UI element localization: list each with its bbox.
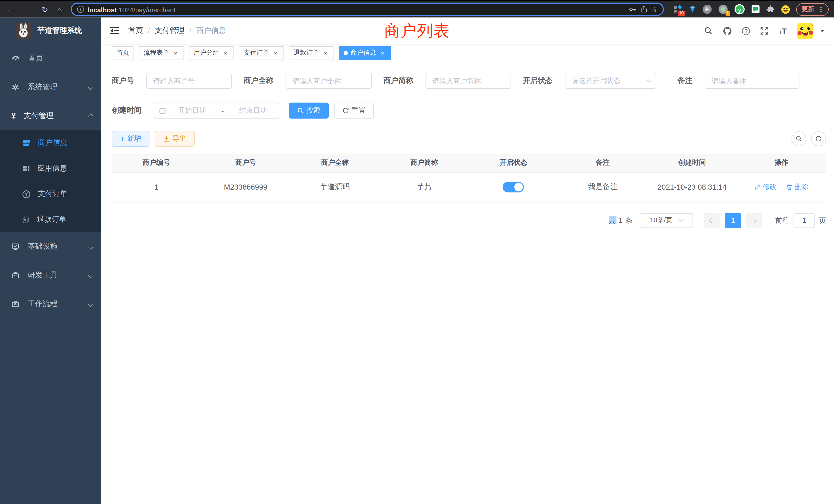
sidebar-item-label: 商户信息 xyxy=(38,138,92,148)
extension-command-icon[interactable]: ⌘ xyxy=(703,5,711,14)
goto-label: 前往 xyxy=(775,215,789,225)
sidebar-item-infra[interactable]: 基础设施 xyxy=(0,232,101,261)
close-icon[interactable]: × xyxy=(222,50,229,56)
page-size-select[interactable]: 10条/页 xyxy=(640,213,693,228)
bookmark-star-icon[interactable]: ☆ xyxy=(651,5,657,13)
user-avatar[interactable] xyxy=(797,23,813,39)
search-button[interactable]: 搜索 xyxy=(289,102,329,118)
chevron-down-icon xyxy=(646,78,651,83)
active-dot xyxy=(344,51,348,55)
page-title-annotation: 商户列表 xyxy=(384,20,450,42)
extension-dots-diamond-icon[interactable]: 10 xyxy=(673,5,682,14)
short-name-input[interactable] xyxy=(425,73,511,89)
profile-emoji-icon[interactable] xyxy=(781,5,790,14)
address-bar[interactable]: i localhost:1024/pay/merchant ☆ xyxy=(71,3,664,16)
briefcase-icon xyxy=(11,300,20,308)
sidebar-item-label: 工作流程 xyxy=(28,299,81,309)
breadcrumb-pay[interactable]: 支付管理 xyxy=(155,26,184,36)
export-button[interactable]: 导出 xyxy=(155,131,195,147)
browser-back-icon[interactable]: ← xyxy=(7,5,16,13)
toggle-search-icon[interactable] xyxy=(791,131,806,146)
sidebar-item-pay[interactable]: ¥ 支付管理 xyxy=(0,101,101,130)
close-icon[interactable]: × xyxy=(379,50,386,56)
refresh-table-icon[interactable] xyxy=(811,131,826,146)
tab-user-group[interactable]: 用户分组× xyxy=(189,46,234,60)
extension-y-icon[interactable]: y xyxy=(734,4,745,14)
tab-home[interactable]: 首页 xyxy=(112,46,134,60)
filter-label-remark: 备注 xyxy=(678,76,705,86)
browser-update-button[interactable]: 更新 ⋮ xyxy=(796,3,829,16)
app-logo-row[interactable]: 芋道管理系统 xyxy=(0,18,101,44)
page-1-button[interactable]: 1 xyxy=(725,213,741,228)
breadcrumb-current: 商户信息 xyxy=(196,26,226,36)
breadcrumb-separator: / xyxy=(148,27,150,35)
search-icon[interactable] xyxy=(704,27,713,35)
sidebar-item-app-info[interactable]: 应用信息 xyxy=(0,156,101,181)
col-created: 创建时间 xyxy=(647,154,737,172)
reset-button[interactable]: 重置 xyxy=(334,102,374,118)
tab-refund-order[interactable]: 退款订单× xyxy=(289,46,334,60)
share-icon[interactable] xyxy=(641,6,648,13)
close-icon[interactable]: × xyxy=(322,50,329,56)
goto-page-input[interactable] xyxy=(794,213,815,228)
extension-chat-icon[interactable] xyxy=(751,5,760,13)
merchant-no-input[interactable] xyxy=(146,73,232,89)
tab-merchant-info[interactable]: 商户信息× xyxy=(339,46,391,60)
sidebar-item-refund-order[interactable]: 退款订单 xyxy=(0,207,101,232)
extensions-puzzle-icon[interactable] xyxy=(766,5,774,13)
browser-menu-icon[interactable]: ⋮ xyxy=(817,5,825,13)
remark-input[interactable] xyxy=(705,73,799,89)
cell-remark: 我是备注 xyxy=(558,172,648,202)
sidebar-item-system[interactable]: 系统管理 xyxy=(0,73,101,101)
chevron-down-icon xyxy=(88,273,93,278)
col-full-name: 商户全称 xyxy=(290,154,379,172)
sidebar-item-pay-order[interactable]: 支付订单 xyxy=(0,181,101,207)
start-date-placeholder: 开始日期 xyxy=(170,106,214,115)
tab-process-form[interactable]: 流程表单× xyxy=(139,46,184,60)
sidebar-item-home[interactable]: 首页 xyxy=(0,44,101,73)
fullscreen-icon[interactable] xyxy=(760,27,769,35)
tab-pay-order[interactable]: 支付订单× xyxy=(239,46,284,60)
sidebar: 芋道管理系统 首页 系统管理 ¥ 支付管理 商户信息 xyxy=(0,18,101,504)
status-toggle[interactable] xyxy=(503,182,524,192)
create-time-range-picker[interactable]: 开始日期 - 结束日期 xyxy=(154,102,280,118)
sidebar-item-merchant-info[interactable]: 商户信息 xyxy=(0,130,101,156)
avatar-dropdown-caret-icon[interactable] xyxy=(820,29,825,32)
help-icon[interactable]: ? xyxy=(742,27,750,35)
browser-reload-icon[interactable]: ↻ xyxy=(42,5,48,13)
browser-forward-icon[interactable]: → xyxy=(24,5,32,13)
status-select[interactable]: 请选择开启状态 xyxy=(565,73,656,89)
pagination-total: 共 1 条 xyxy=(609,215,633,225)
sidebar-item-workflow[interactable]: 工作流程 xyxy=(0,290,101,318)
cell-created: 2021-10-23 08:31:14 xyxy=(647,172,737,202)
screen: ← → ↻ ⌂ i localhost:1024/pay/merchant ☆ … xyxy=(0,0,834,504)
yen-icon: ¥ xyxy=(11,111,16,121)
breadcrumb-home[interactable]: 首页 xyxy=(128,26,143,36)
password-key-icon[interactable] xyxy=(629,5,637,13)
extension-gem-icon[interactable] xyxy=(689,5,696,13)
next-page-button[interactable] xyxy=(746,213,762,228)
prev-page-button[interactable] xyxy=(704,213,720,228)
site-info-icon[interactable]: i xyxy=(77,6,84,13)
edit-link[interactable]: 修改 xyxy=(754,182,776,192)
extension-status-icon[interactable]: 1 xyxy=(719,5,727,14)
col-remark: 备注 xyxy=(558,154,648,172)
calendar-icon xyxy=(159,107,166,114)
delete-link[interactable]: 删除 xyxy=(786,182,809,192)
main-area: 首页 / 支付管理 / 商户信息 商户列表 ? TT xyxy=(101,18,834,228)
github-icon[interactable] xyxy=(723,26,732,36)
tags-view-bar: 首页 流程表单× 用户分组× 支付订单× 退款订单× 商户信息× xyxy=(101,44,834,62)
sidebar-item-dev-tools[interactable]: 研发工具 xyxy=(0,261,101,290)
close-icon[interactable]: × xyxy=(172,50,179,56)
chevron-right-icon xyxy=(752,218,756,223)
sidebar-fold-icon[interactable] xyxy=(110,27,119,35)
sidebar-item-label: 系统管理 xyxy=(28,83,81,92)
close-icon[interactable]: × xyxy=(272,50,279,56)
page-content: 商户号 商户全称 商户简称 开启状态 请选择开启状态 xyxy=(101,62,834,228)
add-button[interactable]: + 新增 xyxy=(112,131,150,147)
page-unit-label: 页 xyxy=(819,215,826,225)
font-size-icon[interactable]: TT xyxy=(779,26,787,36)
sidebar-item-label: 支付订单 xyxy=(38,189,92,199)
browser-home-icon[interactable]: ⌂ xyxy=(57,5,62,13)
full-name-input[interactable] xyxy=(286,73,372,89)
